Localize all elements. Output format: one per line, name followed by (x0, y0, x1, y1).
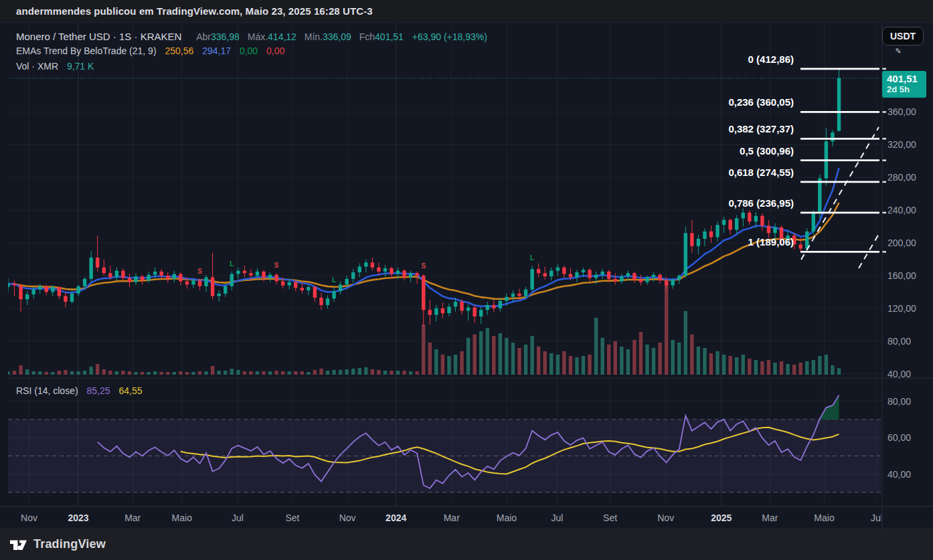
candle-body (371, 262, 374, 267)
volume-bar (742, 355, 745, 375)
candle-body (313, 287, 317, 298)
candle-body (19, 286, 22, 300)
price-axis[interactable]: 360,00320,00280,00240,00200,00160,00120,… (887, 47, 916, 480)
volume-bar (460, 351, 463, 375)
candle-body (742, 213, 745, 219)
time-axis[interactable]: Nov2023MarMaioJulSetNov2024MarMaioJulSet… (21, 512, 883, 523)
volume-bar (748, 359, 751, 375)
svg-text:320,00: 320,00 (887, 139, 916, 150)
tradingview-mark-icon (9, 537, 27, 553)
chart-canvas[interactable]: SLSLSL0 (412,86)0,236 (360,05)0,382 (327… (0, 0, 933, 560)
volume-bar (141, 372, 144, 375)
rsi-title: RSI (14, close) (16, 385, 78, 396)
volume-bar (620, 347, 623, 375)
volume-bar (434, 349, 438, 375)
candle-body (409, 273, 412, 277)
volume-bar (818, 356, 821, 375)
candle-body (447, 306, 450, 313)
candle-body (690, 233, 693, 246)
volume-bar (588, 355, 591, 375)
candle-body (760, 216, 764, 226)
svg-text:Jul: Jul (871, 512, 883, 523)
candle-body (274, 275, 278, 282)
volume-bar (19, 365, 22, 375)
volume-bar (288, 371, 291, 375)
candle-body (524, 290, 527, 296)
candle-body (301, 288, 304, 290)
volume-bar (530, 336, 533, 375)
candle-body (466, 308, 470, 311)
currency-toggle-button[interactable]: USDT (882, 27, 924, 45)
volume-bar (543, 351, 547, 375)
last-price-label: 401,51 2d 5h (882, 71, 926, 98)
candle-body (677, 276, 681, 280)
volume-bar (492, 336, 495, 375)
candle-body (434, 308, 438, 315)
svg-text:Maio: Maio (497, 512, 517, 523)
volume-bar (198, 371, 201, 375)
rsi-legend[interactable]: RSI (14, close) 85,25 64,55 (16, 385, 142, 396)
volume-bar (58, 371, 61, 375)
volume-bar (569, 356, 572, 375)
volume-bar (345, 369, 348, 375)
volume-bar (256, 371, 259, 375)
candle-body (665, 280, 668, 285)
bar-countdown: 2d 5h (887, 84, 926, 95)
candles (6, 68, 841, 326)
candle-body (108, 273, 112, 277)
volume-bar (332, 370, 335, 375)
volume-bar (709, 353, 713, 375)
candle-body (517, 294, 521, 296)
svg-text:120,00: 120,00 (887, 303, 916, 314)
candle-body (25, 294, 29, 299)
candle-body (166, 276, 169, 279)
symbol-legend[interactable]: Monero / Tether USD · 1S · KRAKEN Abr336… (16, 31, 487, 42)
volume-bar (38, 371, 41, 375)
svg-text:0,5 (300,96): 0,5 (300,96) (740, 145, 794, 157)
volume-bar (51, 372, 54, 375)
volume-bar (96, 364, 99, 375)
volume-bar (735, 357, 738, 375)
low-label: Mín. (305, 31, 323, 42)
svg-text:✎: ✎ (895, 47, 901, 55)
candle-body (767, 225, 770, 233)
candle-body (58, 287, 61, 296)
candle-body (390, 268, 393, 274)
candle-body (141, 276, 144, 280)
volume-legend[interactable]: Vol · XMR 9,71 K (16, 61, 94, 72)
volume-bar (173, 372, 176, 375)
volume-bar (466, 338, 470, 375)
candle-body (639, 280, 643, 282)
trendline (801, 127, 879, 260)
volume-bar (371, 369, 374, 375)
volume-bar (632, 340, 636, 375)
candle-body (505, 297, 508, 301)
candle-body (45, 286, 48, 292)
volume-bar (690, 335, 693, 375)
svg-text:360,00: 360,00 (887, 106, 916, 117)
ema-indicator-legend[interactable]: EMAs Trend By BeloTrade (21, 9) 250,56 2… (16, 45, 284, 56)
volume-bar (537, 347, 540, 375)
candle-body (160, 272, 163, 276)
candle-body (70, 294, 74, 302)
volume-bar (134, 372, 137, 375)
volume-bar (562, 351, 566, 375)
candle-body (121, 271, 124, 278)
candle-body (402, 271, 406, 278)
volume-bar (147, 372, 150, 375)
candle-body (588, 270, 591, 278)
volume-bar (767, 360, 770, 375)
tradingview-logo[interactable]: TradingView (9, 537, 106, 553)
rsi-value: 85,25 (86, 385, 110, 396)
svg-text:0,786 (236,95): 0,786 (236,95) (728, 197, 794, 209)
candle-body (256, 272, 259, 276)
candle-body (262, 272, 265, 278)
candle-body (147, 275, 150, 281)
candle-body (32, 290, 35, 294)
candle-body (249, 273, 252, 276)
volume-bar (294, 371, 297, 375)
volume-bar (614, 341, 617, 375)
volume-bar (128, 371, 131, 375)
svg-text:L: L (230, 260, 234, 268)
svg-text:0,236 (360,05): 0,236 (360,05) (728, 96, 794, 108)
